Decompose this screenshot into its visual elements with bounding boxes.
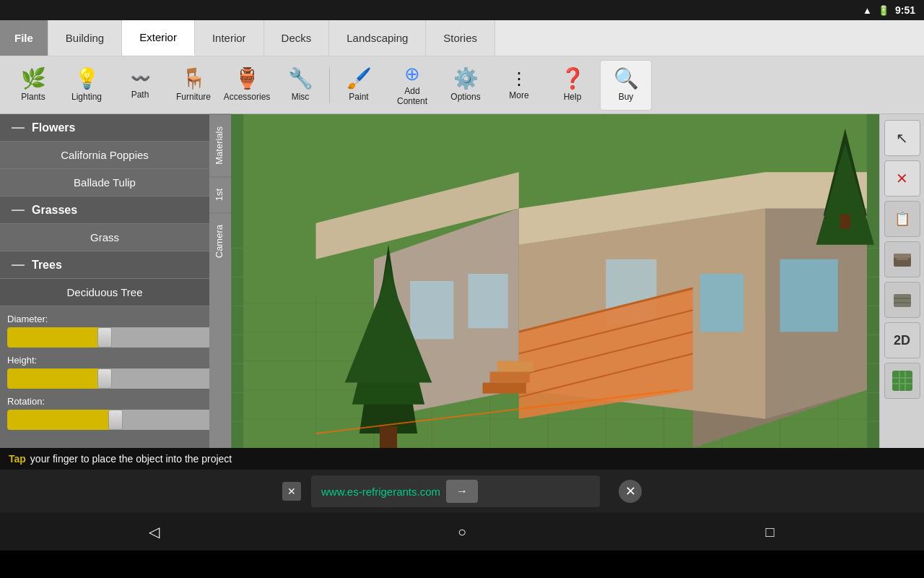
tab-file[interactable]: File bbox=[0, 20, 48, 56]
tool-furniture-label: Furniture bbox=[176, 92, 211, 102]
add-content-icon: ⊕ bbox=[404, 64, 420, 83]
tab-exterior[interactable]: Exterior bbox=[122, 20, 195, 56]
tool-buy-label: Buy bbox=[619, 92, 634, 102]
cursor-button[interactable]: ↖ bbox=[884, 120, 920, 156]
clock: 9:51 bbox=[895, 4, 915, 16]
tool-furniture[interactable]: 🪑 Furniture bbox=[167, 60, 219, 111]
toolbar-separator-1 bbox=[329, 67, 330, 103]
rotation-label: Rotation: bbox=[7, 396, 202, 407]
path-icon: 〰️ bbox=[131, 71, 150, 87]
grasses-dash: — bbox=[12, 202, 25, 217]
home-button[interactable]: ○ bbox=[444, 514, 480, 550]
trees-dash: — bbox=[12, 257, 25, 272]
diameter-thumb[interactable] bbox=[97, 327, 112, 348]
ad-dismiss-button[interactable]: ✕ bbox=[619, 480, 642, 503]
accessories-icon: 🏺 bbox=[235, 69, 260, 89]
tool-more[interactable]: ⋮ More bbox=[493, 60, 545, 111]
tool-plants[interactable]: 🌿 Plants bbox=[7, 60, 59, 111]
plant-deciduous-tree[interactable]: Deciduous Tree bbox=[0, 279, 209, 306]
tab-stories[interactable]: Stories bbox=[426, 20, 495, 56]
svg-rect-23 bbox=[700, 274, 744, 332]
side-tab-materials[interactable]: Materials bbox=[209, 114, 231, 176]
category-grasses[interactable]: — Grasses bbox=[0, 197, 209, 224]
tool-accessories[interactable]: 🏺 Accessories bbox=[221, 60, 273, 111]
delete-icon: ✕ bbox=[896, 170, 908, 187]
3d-view[interactable] bbox=[231, 114, 879, 448]
tap-word: Tap bbox=[9, 453, 26, 465]
height-label: Height: bbox=[7, 355, 202, 366]
tab-landscaping[interactable]: Landscaping bbox=[329, 20, 426, 56]
back-button[interactable]: ◁ bbox=[136, 514, 172, 550]
tool-add-content[interactable]: ⊕ Add Content bbox=[386, 60, 438, 111]
height-slider[interactable] bbox=[7, 368, 209, 389]
wifi-icon: ▲ bbox=[863, 5, 872, 16]
tool-accessories-label: Accessories bbox=[224, 92, 271, 102]
tool-options-label: Options bbox=[450, 92, 480, 102]
tab-interior[interactable]: Interior bbox=[195, 20, 264, 56]
ad-close-button[interactable]: ✕ bbox=[282, 482, 301, 501]
tab-building[interactable]: Building bbox=[48, 20, 122, 56]
tool-help[interactable]: ❓ Help bbox=[546, 60, 598, 111]
recent-apps-icon: □ bbox=[766, 524, 775, 540]
material-button[interactable] bbox=[884, 241, 920, 277]
plant-california-poppies[interactable]: California Poppies bbox=[0, 142, 209, 169]
side-tab-camera[interactable]: Camera bbox=[209, 212, 231, 269]
svg-rect-44 bbox=[894, 254, 911, 258]
svg-rect-33 bbox=[490, 372, 530, 383]
copy-button[interactable]: 📋 bbox=[884, 201, 920, 237]
tool-paint[interactable]: 🖌️ Paint bbox=[333, 60, 385, 111]
plant-list: — Flowers California Poppies Ballade Tul… bbox=[0, 114, 209, 448]
furniture-icon: 🪑 bbox=[181, 69, 206, 89]
tool-lighting[interactable]: 💡 Lighting bbox=[61, 60, 113, 111]
flowers-label: Flowers bbox=[32, 121, 75, 134]
ad-dismiss-icon: ✕ bbox=[625, 483, 636, 499]
diameter-slider[interactable] bbox=[7, 327, 209, 348]
toolbar: 🌿 Plants 💡 Lighting 〰️ Path 🪑 Furniture … bbox=[0, 56, 924, 114]
flowers-dash: — bbox=[12, 120, 25, 135]
material-icon bbox=[891, 248, 914, 271]
svg-rect-38 bbox=[380, 426, 397, 448]
ad-go-button[interactable]: → bbox=[446, 480, 478, 503]
rotation-thumb[interactable] bbox=[108, 410, 123, 430]
left-panel: — Flowers California Poppies Ballade Tul… bbox=[0, 114, 231, 448]
tool-more-label: More bbox=[509, 90, 528, 100]
svg-rect-49 bbox=[892, 371, 912, 391]
texture-button[interactable] bbox=[884, 282, 920, 318]
category-flowers[interactable]: — Flowers bbox=[0, 114, 209, 142]
nav-bar: ◁ ○ □ bbox=[0, 513, 924, 551]
svg-rect-26 bbox=[468, 274, 507, 328]
tool-misc[interactable]: 🔧 Misc bbox=[274, 60, 326, 111]
tool-add-content-label: Add Content bbox=[389, 86, 435, 106]
ad-bar: ✕ www.es-refrigerants.com → ✕ bbox=[0, 470, 924, 513]
paint-icon: 🖌️ bbox=[346, 69, 372, 89]
plant-ballade-tulip[interactable]: Ballade Tulip bbox=[0, 169, 209, 197]
delete-button[interactable]: ✕ bbox=[884, 160, 920, 197]
tab-decks[interactable]: Decks bbox=[264, 20, 330, 56]
diameter-label: Diameter: bbox=[7, 314, 202, 324]
sliders-area: Diameter: Height: Rotation: bbox=[0, 306, 209, 441]
tool-options[interactable]: ⚙️ Options bbox=[440, 60, 492, 111]
svg-rect-46 bbox=[894, 294, 911, 307]
recent-apps-button[interactable]: □ bbox=[752, 514, 788, 550]
slider-rotation-row: Rotation: bbox=[7, 396, 202, 430]
tool-path[interactable]: 〰️ Path bbox=[114, 60, 166, 111]
plant-grass[interactable]: Grass bbox=[0, 224, 209, 251]
svg-rect-34 bbox=[483, 383, 526, 394]
tool-plants-label: Plants bbox=[21, 92, 45, 102]
category-trees[interactable]: — Trees bbox=[0, 251, 209, 279]
3d-grid-icon bbox=[891, 369, 914, 392]
side-tab-1st[interactable]: 1st bbox=[209, 176, 231, 212]
more-icon: ⋮ bbox=[510, 70, 528, 87]
tool-paint-label: Paint bbox=[349, 92, 368, 102]
ad-close-icon: ✕ bbox=[287, 486, 296, 497]
trees-label: Trees bbox=[32, 259, 62, 272]
lighting-icon: 💡 bbox=[74, 69, 100, 89]
tool-buy[interactable]: 🔍 Buy bbox=[600, 60, 652, 111]
slider-diameter-row: Diameter: bbox=[7, 314, 202, 348]
battery-icon: 🔋 bbox=[878, 5, 889, 16]
3d-grid-button[interactable] bbox=[884, 363, 920, 399]
house-svg bbox=[231, 114, 879, 448]
2d-view-button[interactable]: 2D bbox=[884, 322, 920, 358]
height-thumb[interactable] bbox=[97, 368, 112, 389]
rotation-slider[interactable] bbox=[7, 410, 209, 430]
